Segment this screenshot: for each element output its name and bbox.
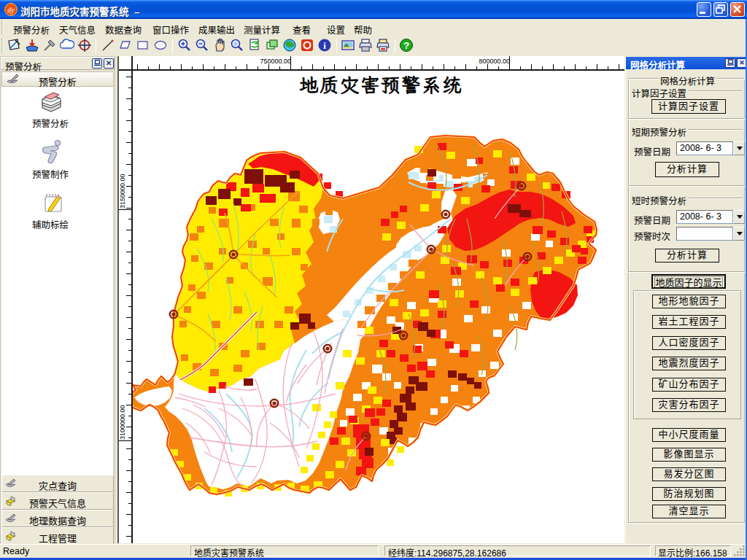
svg-text:i: i [323,40,326,51]
svg-text:3150000.00: 3150000.00 [119,174,126,209]
svg-text:750000.00: 750000.00 [260,58,291,65]
svg-text:?: ? [403,40,409,51]
svg-text:dy: dy [7,6,15,14]
svg-text:3100000.00: 3100000.00 [119,405,126,440]
svg-text:800000.00: 800000.00 [479,58,510,65]
